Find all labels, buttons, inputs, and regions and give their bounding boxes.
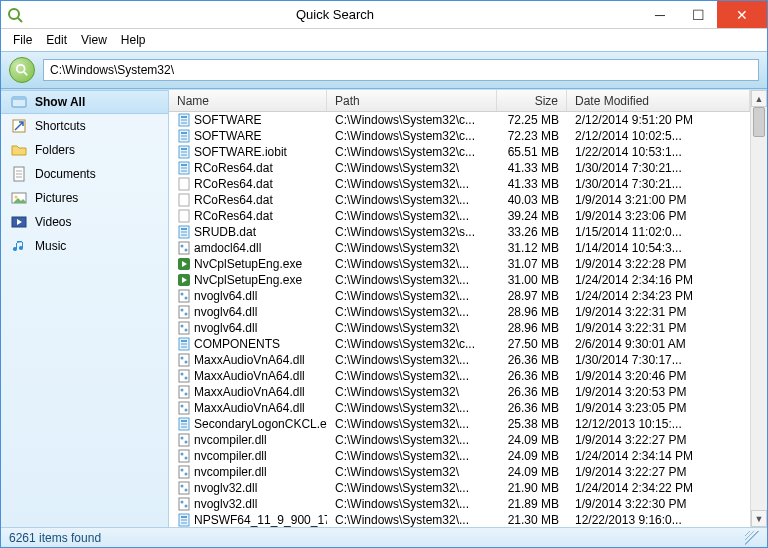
table-row[interactable]: SRUDB.datC:\Windows\System32\s...33.26 M… (169, 224, 750, 240)
minimize-button[interactable]: ─ (641, 1, 679, 28)
svg-rect-87 (181, 516, 187, 518)
sidebar-item-music[interactable]: Music (1, 234, 168, 258)
svg-rect-80 (179, 482, 189, 494)
table-row[interactable]: SOFTWARE.iobitC:\Windows\System32\c...65… (169, 144, 750, 160)
svg-point-56 (181, 357, 184, 360)
file-path: C:\Windows\System32\... (327, 513, 497, 527)
table-row[interactable]: nvoglv64.dllC:\Windows\System32\...28.96… (169, 304, 750, 320)
table-row[interactable]: RCoRes64.datC:\Windows\System32\...39.24… (169, 208, 750, 224)
sidebar-item-video[interactable]: Videos (1, 210, 168, 234)
svg-rect-70 (181, 426, 187, 428)
svg-point-57 (185, 361, 188, 364)
table-row[interactable]: nvoglv64.dllC:\Windows\System32\28.96 MB… (169, 320, 750, 336)
svg-point-76 (185, 457, 188, 460)
table-row[interactable]: RCoRes64.datC:\Windows\System32\...41.33… (169, 176, 750, 192)
svg-point-47 (185, 313, 188, 316)
header-date[interactable]: Date Modified (567, 90, 750, 111)
sidebar-item-label: Music (35, 239, 66, 253)
file-icon (177, 145, 191, 159)
file-date: 1/24/2014 2:34:23 PM (567, 289, 750, 303)
table-row[interactable]: NvCplSetupEng.exeC:\Windows\System32\...… (169, 272, 750, 288)
scroll-up-button[interactable]: ▲ (751, 90, 767, 107)
file-date: 1/30/2014 7:30:21... (567, 177, 750, 191)
table-row[interactable]: MaxxAudioVnA64.dllC:\Windows\System32\..… (169, 400, 750, 416)
file-size: 24.09 MB (497, 465, 567, 479)
table-row[interactable]: nvoglv32.dllC:\Windows\System32\...21.89… (169, 496, 750, 512)
file-size: 28.96 MB (497, 321, 567, 335)
table-row[interactable]: COMPONENTSC:\Windows\System32\c...27.50 … (169, 336, 750, 352)
table-row[interactable]: nvoglv64.dllC:\Windows\System32\...28.97… (169, 288, 750, 304)
file-name: nvoglv64.dll (194, 305, 257, 319)
table-row[interactable]: MaxxAudioVnA64.dllC:\Windows\System32\..… (169, 368, 750, 384)
table-row[interactable]: RCoRes64.datC:\Windows\System32\...40.03… (169, 192, 750, 208)
menu-view[interactable]: View (75, 31, 113, 49)
menu-edit[interactable]: Edit (40, 31, 73, 49)
svg-rect-30 (179, 178, 189, 190)
titlebar[interactable]: Quick Search ─ ☐ ✕ (1, 1, 767, 29)
menu-help[interactable]: Help (115, 31, 152, 49)
file-path: C:\Windows\System32\... (327, 449, 497, 463)
table-row[interactable]: MaxxAudioVnA64.dllC:\Windows\System32\26… (169, 384, 750, 400)
scroll-thumb[interactable] (753, 107, 765, 137)
sidebar-item-show-all[interactable]: Show All (1, 90, 168, 114)
table-row[interactable]: MaxxAudioVnA64.dllC:\Windows\System32\..… (169, 352, 750, 368)
maximize-button[interactable]: ☐ (679, 1, 717, 28)
picture-icon (11, 190, 27, 206)
menubar: File Edit View Help (1, 29, 767, 51)
resize-grip-icon[interactable] (745, 531, 759, 545)
file-path: C:\Windows\System32\... (327, 305, 497, 319)
file-date: 1/22/2014 10:53:1... (567, 145, 750, 159)
document-icon (11, 166, 27, 182)
svg-rect-89 (181, 522, 187, 524)
file-path: C:\Windows\System32\c... (327, 113, 497, 127)
file-path: C:\Windows\System32\... (327, 433, 497, 447)
svg-rect-23 (181, 148, 187, 150)
svg-rect-37 (179, 242, 189, 254)
file-size: 26.36 MB (497, 353, 567, 367)
search-button[interactable] (9, 57, 35, 83)
svg-point-72 (181, 437, 184, 440)
table-row[interactable]: nvoglv32.dllC:\Windows\System32\...21.90… (169, 480, 750, 496)
file-list[interactable]: SOFTWAREC:\Windows\System32\c...72.25 MB… (169, 112, 750, 527)
file-size: 26.36 MB (497, 401, 567, 415)
file-path: C:\Windows\System32\ (327, 321, 497, 335)
table-row[interactable]: RCoRes64.datC:\Windows\System32\41.33 MB… (169, 160, 750, 176)
header-path[interactable]: Path (327, 90, 497, 111)
file-path: C:\Windows\System32\s... (327, 225, 497, 239)
sidebar-item-document[interactable]: Documents (1, 162, 168, 186)
file-name: amdocl64.dll (194, 241, 261, 255)
file-name: SOFTWARE (194, 129, 262, 143)
table-row[interactable]: NvCplSetupEng.exeC:\Windows\System32\...… (169, 256, 750, 272)
sidebar-item-shortcut[interactable]: Shortcuts (1, 114, 168, 138)
svg-line-1 (18, 18, 22, 22)
svg-point-50 (185, 329, 188, 332)
header-name[interactable]: Name (169, 90, 327, 111)
svg-point-85 (185, 505, 188, 508)
vertical-scrollbar[interactable]: ▲ ▼ (750, 90, 767, 527)
header-size[interactable]: Size (497, 90, 567, 111)
sidebar-item-picture[interactable]: Pictures (1, 186, 168, 210)
file-icon (177, 273, 191, 287)
table-row[interactable]: amdocl64.dllC:\Windows\System32\31.12 MB… (169, 240, 750, 256)
window-title: Quick Search (29, 7, 641, 22)
scroll-down-button[interactable]: ▼ (751, 510, 767, 527)
table-row[interactable]: SecondaryLogonCKCL.etlC:\Windows\System3… (169, 416, 750, 432)
file-date: 2/6/2014 9:30:01 AM (567, 337, 750, 351)
scroll-track[interactable] (751, 107, 767, 510)
sidebar-item-folder[interactable]: Folders (1, 138, 168, 162)
menu-file[interactable]: File (7, 31, 38, 49)
table-row[interactable]: SOFTWAREC:\Windows\System32\c...72.25 MB… (169, 112, 750, 128)
close-button[interactable]: ✕ (717, 1, 767, 28)
table-row[interactable]: nvcompiler.dllC:\Windows\System32\...24.… (169, 448, 750, 464)
file-date: 1/9/2014 3:21:00 PM (567, 193, 750, 207)
table-row[interactable]: SOFTWAREC:\Windows\System32\c...72.23 MB… (169, 128, 750, 144)
search-input[interactable] (43, 59, 759, 81)
file-size: 31.07 MB (497, 257, 567, 271)
file-date: 1/9/2014 3:20:53 PM (567, 385, 750, 399)
table-row[interactable]: nvcompiler.dllC:\Windows\System32\...24.… (169, 432, 750, 448)
file-path: C:\Windows\System32\... (327, 177, 497, 191)
table-row[interactable]: nvcompiler.dllC:\Windows\System32\24.09 … (169, 464, 750, 480)
table-row[interactable]: NPSWF64_11_9_900_170.dllC:\Windows\Syste… (169, 512, 750, 527)
file-date: 2/12/2014 9:51:20 PM (567, 113, 750, 127)
file-icon (177, 177, 191, 191)
